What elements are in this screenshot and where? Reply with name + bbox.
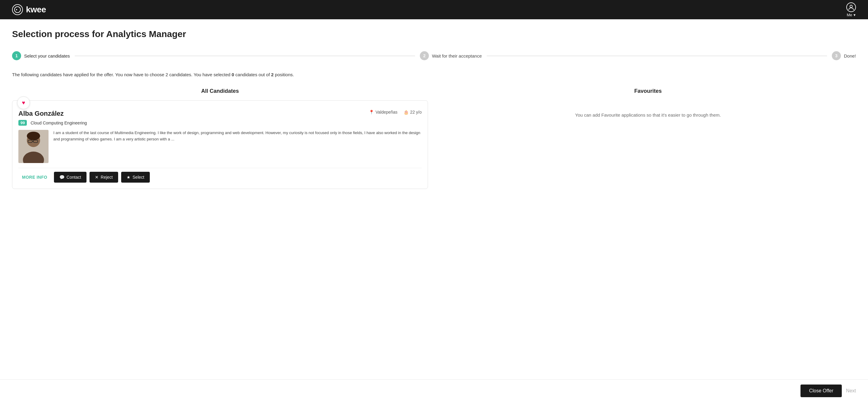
candidate-header: Alba González 📍 Valdepeñas 🎂 22 y/o [19,110,422,118]
step-divider-1 [75,56,415,56]
star-icon: ★ [127,175,130,180]
select-button[interactable]: ★ Select [121,172,150,183]
user-avatar-icon [846,2,856,12]
description-text: The following candidates have applied fo… [12,71,856,79]
favourites-panel-title: Favourites [440,88,856,94]
candidate-body: I am a student of the last course of Mul… [19,130,422,163]
location-icon: 📍 [369,110,374,115]
svg-point-0 [14,7,21,13]
svg-point-2 [850,5,852,7]
candidate-photo [19,130,49,163]
favourites-empty-text: You can add Favourite applications so th… [440,100,856,130]
step-1-circle: 1 [12,51,21,60]
age-icon: 🎂 [404,110,409,115]
logo-text: kwee [26,5,46,14]
logo-area: kwee [12,4,46,15]
candidate-bio: I am a student of the last course of Mul… [53,130,422,163]
svg-point-1 [16,9,17,10]
logo-icon [12,4,23,15]
candidate-name: Alba González [19,110,64,118]
main-content: Selection process for Analytics Manager … [0,19,868,219]
step-3: 3 Done! [832,51,856,60]
candidate-age: 🎂 22 y/o [404,110,422,115]
favourite-button[interactable]: ♥ [17,96,30,109]
score-badge: 99 [19,120,27,126]
candidate-card: ♥ Alba González 📍 Valdepeñas 🎂 22 y/o [12,100,428,189]
page-title: Selection process for Analytics Manager [12,29,856,39]
contact-button[interactable]: 💬 Contact [54,172,87,183]
step-2-label: Wait for their acceptance [432,53,482,58]
user-menu[interactable]: Me ▾ [846,2,856,17]
step-3-label: Done! [844,53,856,58]
candidates-panel: All Candidates ♥ Alba González 📍 Valdepe… [12,88,428,189]
card-actions: MORE INFO 💬 Contact ✕ Reject ★ Select [19,168,422,183]
step-1: 1 Select your candidates [12,51,70,60]
candidate-meta: 📍 Valdepeñas 🎂 22 y/o [369,110,422,115]
user-label: Me ▾ [846,13,855,17]
candidate-field: 99 Cloud Computing Engineering [19,120,422,126]
step-divider-2 [487,56,827,56]
stepper: 1 Select your candidates 2 Wait for thei… [12,51,856,60]
candidate-location: 📍 Valdepeñas [369,110,398,115]
heart-icon: ♥ [22,100,25,106]
step-1-label: Select your candidates [24,53,70,58]
favourites-panel: Favourites You can add Favourite applica… [440,88,856,189]
reject-button[interactable]: ✕ Reject [90,172,118,183]
content-area: All Candidates ♥ Alba González 📍 Valdepe… [12,88,856,189]
svg-point-6 [27,132,40,140]
step-3-circle: 3 [832,51,841,60]
step-2: 2 Wait for their acceptance [420,51,482,60]
x-icon: ✕ [95,175,98,180]
more-info-button[interactable]: MORE INFO [19,173,51,182]
step-2-circle: 2 [420,51,429,60]
app-header: kwee Me ▾ [0,0,868,19]
candidates-panel-title: All Candidates [12,88,428,94]
comment-icon: 💬 [59,175,64,180]
